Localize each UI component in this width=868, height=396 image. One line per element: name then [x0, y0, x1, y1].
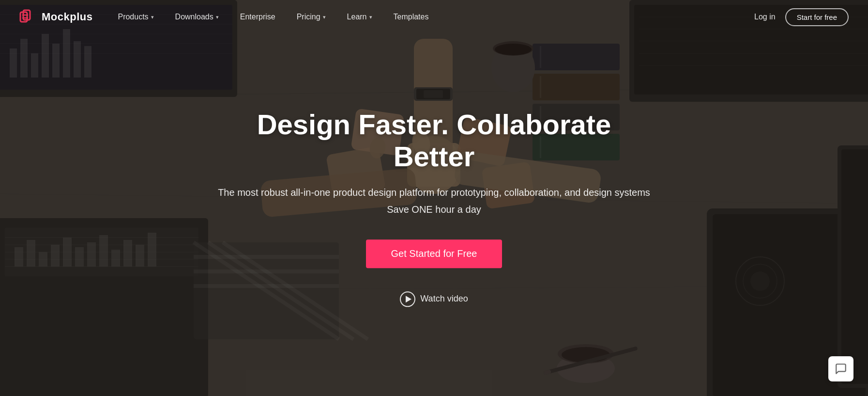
navigation: Mockplus Products ▾ Downloads ▾ Enterpri… — [0, 0, 868, 34]
play-icon — [400, 291, 415, 307]
login-link[interactable]: Log in — [754, 13, 776, 21]
chevron-down-icon: ▾ — [151, 14, 154, 20]
start-for-free-button[interactable]: Start for free — [785, 8, 849, 26]
hero-content: Design Faster. Collaborate Better The mo… — [216, 109, 652, 307]
watch-video-label: Watch video — [420, 294, 468, 304]
play-triangle-icon — [406, 296, 411, 302]
logo-icon — [19, 8, 37, 26]
nav-item-products[interactable]: Products ▾ — [107, 0, 164, 34]
cta-container: Get Started for Free Watch video — [216, 239, 652, 307]
brand-name: Mockplus — [42, 11, 92, 23]
nav-item-templates[interactable]: Templates — [383, 0, 440, 34]
nav-item-enterprise[interactable]: Enterprise — [229, 0, 286, 34]
logo-link[interactable]: Mockplus — [19, 8, 92, 26]
chevron-down-icon: ▾ — [216, 14, 219, 20]
chevron-down-icon: ▾ — [323, 14, 326, 20]
hero-tagline: Save ONE hour a day — [216, 204, 652, 215]
nav-item-downloads[interactable]: Downloads ▾ — [165, 0, 229, 34]
chat-bubble-button[interactable] — [828, 356, 853, 381]
hero-title: Design Faster. Collaborate Better — [216, 109, 652, 173]
hero-subtitle: The most robust all-in-one product desig… — [216, 185, 652, 200]
nav-item-learn[interactable]: Learn ▾ — [336, 0, 383, 34]
watch-video-link[interactable]: Watch video — [400, 291, 468, 307]
get-started-button[interactable]: Get Started for Free — [366, 239, 503, 268]
chevron-down-icon: ▾ — [369, 14, 372, 20]
nav-links: Products ▾ Downloads ▾ Enterprise Pricin… — [107, 0, 754, 34]
nav-right: Log in Start for free — [754, 8, 849, 26]
nav-item-pricing[interactable]: Pricing ▾ — [286, 0, 336, 34]
chat-icon — [835, 363, 847, 375]
